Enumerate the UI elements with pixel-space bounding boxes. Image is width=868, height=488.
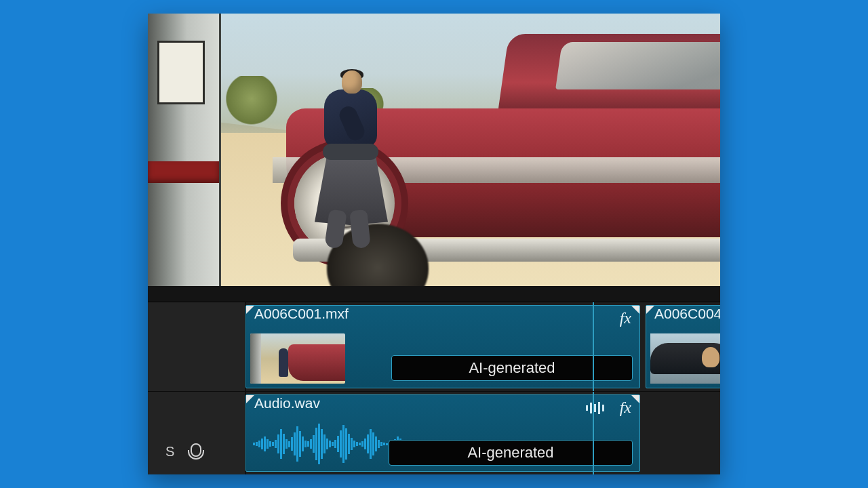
video-track-lane[interactable]: A006C001.mxf fx AI-generated A006C004 [245,302,720,391]
ai-generated-label: AI-generated [467,444,553,462]
timeline-panel: A006C001.mxf fx AI-generated A006C004 [148,286,720,474]
ai-generated-badge: AI-generated [391,355,633,381]
audio-track-header[interactable]: S [148,392,245,474]
clip-out-handle[interactable] [631,306,639,314]
ai-generated-label: AI-generated [469,359,555,377]
clip-label: Audio.wav [246,392,328,411]
fx-icon[interactable]: fx [620,309,631,327]
clip-out-handle[interactable] [631,395,639,403]
playhead[interactable] [593,302,594,391]
audio-track-lane[interactable]: Audio.wav fx AI-generated [245,392,720,474]
video-preview[interactable] [148,14,720,286]
ai-generated-badge: AI-generated [389,440,633,466]
time-ruler[interactable] [148,286,720,302]
video-clip-2[interactable]: A006C004 [646,305,720,388]
video-clip-1[interactable]: A006C001.mxf fx AI-generated [245,305,640,388]
video-track: A006C001.mxf fx AI-generated A006C004 [148,302,720,392]
fx-icon[interactable]: fx [620,399,631,417]
clip-label: A006C001.mxf [246,302,357,321]
clip-thumbnail [250,333,345,384]
preview-art [148,14,221,286]
solo-button[interactable]: S [165,444,174,460]
playhead[interactable] [593,392,594,474]
preview-art [221,76,282,127]
editor-card: A006C001.mxf fx AI-generated A006C004 [148,14,720,474]
audio-track: S Audio.wav fx AI-generated [148,392,720,474]
clip-label: A006C004 [646,302,720,321]
preview-art [311,70,382,253]
audio-clip[interactable]: Audio.wav fx AI-generated [245,394,640,472]
clip-thumbnail [650,333,720,384]
video-track-header[interactable] [148,302,245,391]
microphone-icon[interactable] [189,443,200,460]
audio-waveform-icon [586,402,604,414]
